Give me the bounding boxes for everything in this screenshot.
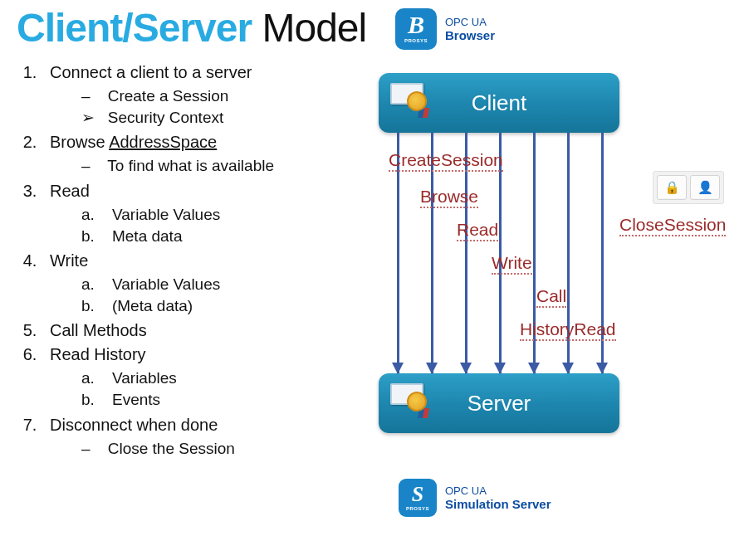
outline-6-text: Read History — [50, 345, 146, 363]
outline-6-sub-b: Events — [81, 389, 370, 411]
op-write: Write — [492, 254, 532, 275]
browser-line2: Browser — [445, 28, 495, 42]
outline-1-sub-2: Security Context — [81, 107, 370, 129]
diagram: Client Server CreateSession Browse Read … — [379, 73, 727, 471]
op-read: Read — [457, 221, 498, 241]
outline-2-text-b: AddressSpace — [109, 133, 217, 151]
badge-letter: S — [412, 484, 423, 505]
outline-3-sub-b: Meta data — [81, 226, 370, 247]
outline-item-1: Connect a client to a server Create a Se… — [42, 61, 370, 128]
simserver-line2: Simulation Server — [445, 497, 551, 511]
outline-4-sub-b: (Meta data) — [81, 295, 370, 317]
outline-item-7: Disconnect when done Close the Session — [42, 414, 370, 460]
browser-line1: OPC UA — [445, 16, 495, 28]
op-historyread: HistoryRead — [520, 320, 616, 341]
outline-3-text: Read — [50, 182, 90, 200]
outline-item-5: Call Methods — [42, 319, 370, 342]
certificate-icon — [390, 383, 423, 405]
outline-4-sub-a: Variable Values — [81, 274, 370, 295]
certificate-icon — [390, 83, 423, 105]
outline-2-sub-1: To find what is available — [81, 155, 370, 177]
opcua-browser-logo: B PROSYS OPC UA Browser — [395, 8, 495, 50]
user-icon: 👤 — [698, 180, 713, 195]
simserver-badge-icon: S PROSYS — [399, 479, 437, 517]
op-call: Call — [536, 287, 566, 308]
outline-4-text: Write — [50, 251, 88, 270]
title-plain: Model — [262, 6, 366, 50]
badge-letter: B — [408, 12, 424, 37]
outline-6-sub-a: Variables — [81, 368, 370, 389]
outline-5-text: Call Methods — [50, 321, 147, 339]
lock-button[interactable]: 🔒 — [657, 175, 687, 200]
prosys-label: PROSYS — [406, 506, 429, 511]
op-createsession: CreateSession — [389, 151, 503, 172]
outline-2-text-a: Browse — [50, 133, 109, 151]
server-label: Server — [467, 391, 531, 416]
outline-1-sub-1: Create a Session — [81, 85, 370, 107]
title-accent: Client/Server — [17, 6, 252, 50]
server-box: Server — [379, 373, 619, 433]
outline-item-4: Write Variable Values (Meta data) — [42, 250, 370, 316]
outline-7-sub-1: Close the Session — [81, 438, 370, 460]
client-label: Client — [472, 90, 526, 116]
prosys-label: PROSYS — [404, 38, 428, 43]
outline-3-sub-a: Variable Values — [81, 204, 370, 226]
browser-logo-text: OPC UA Browser — [445, 16, 495, 42]
outline: Connect a client to a server Create a Se… — [13, 61, 370, 462]
simserver-logo-text: OPC UA Simulation Server — [445, 485, 551, 511]
outline-item-2: Browse AddressSpace To find what is avai… — [42, 131, 370, 177]
outline-1-text: Connect a client to a server — [50, 63, 252, 81]
outline-item-3: Read Variable Values Meta data — [42, 180, 370, 246]
browser-badge-icon: B PROSYS — [395, 8, 437, 50]
user-button[interactable]: 👤 — [690, 175, 720, 200]
security-toolbar: 🔒 👤 — [653, 171, 724, 204]
opcua-simserver-logo: S PROSYS OPC UA Simulation Server — [399, 479, 551, 517]
slide-title: Client/Server Model — [17, 5, 366, 51]
outline-item-6: Read History Variables Events — [42, 343, 370, 410]
client-box: Client — [379, 73, 619, 133]
op-closesession: CloseSession — [619, 216, 726, 236]
lock-icon: 🔒 — [664, 180, 680, 195]
op-browse: Browse — [420, 187, 478, 208]
simserver-line1: OPC UA — [445, 485, 551, 497]
outline-7-text: Disconnect when done — [50, 416, 218, 434]
